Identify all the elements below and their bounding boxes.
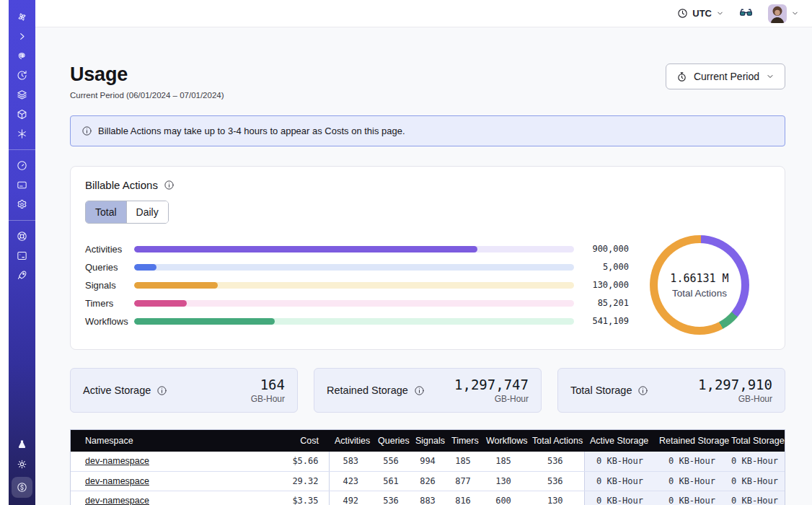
info-banner: Billable Actions may take up to 3-4 hour… bbox=[70, 115, 785, 146]
user-menu[interactable] bbox=[768, 4, 799, 23]
feedback-button[interactable] bbox=[738, 6, 754, 21]
bar-track bbox=[134, 300, 574, 307]
sun-icon[interactable] bbox=[9, 454, 35, 474]
page-header: Usage Current Period (06/01/2024 – 07/01… bbox=[70, 63, 785, 100]
bar-label: Workflows bbox=[85, 316, 133, 327]
clock-arrow-icon[interactable] bbox=[9, 66, 35, 85]
bar-track bbox=[134, 264, 574, 271]
bar-fill bbox=[134, 264, 156, 271]
donut-center: 1.66131 M Total Actions bbox=[658, 243, 741, 327]
info-icon[interactable] bbox=[414, 385, 425, 396]
flask-icon[interactable] bbox=[9, 435, 35, 454]
storage-summary-row: Active Storage 164 GB-Hour Retained Stor… bbox=[70, 368, 785, 413]
period-selector-button[interactable]: Current Period bbox=[666, 63, 785, 89]
bar-value: 541,109 bbox=[577, 316, 629, 326]
layers-icon[interactable] bbox=[9, 85, 35, 105]
page-subtitle: Current Period (06/01/2024 – 07/01/2024) bbox=[70, 91, 224, 100]
dollar-coin-icon[interactable] bbox=[12, 477, 32, 498]
table-row: dev-namespace 29.32 423 561 826 877 130 … bbox=[71, 471, 785, 491]
retained-storage-label: Retained Storage bbox=[327, 385, 408, 396]
cell-timers: 877 bbox=[446, 471, 480, 491]
bar-value: 5,000 bbox=[577, 262, 629, 272]
chevron-right-icon[interactable] bbox=[9, 27, 35, 46]
gauge-icon[interactable] bbox=[9, 156, 35, 175]
bar-track bbox=[134, 318, 574, 325]
col-active-storage: Active Storage bbox=[584, 430, 653, 452]
cell-cost: $3.35 bbox=[273, 491, 329, 505]
spiral-icon[interactable] bbox=[9, 46, 35, 66]
info-banner-text: Billable Actions may take up to 3-4 hour… bbox=[98, 126, 405, 136]
col-namespace: Namespace bbox=[71, 430, 273, 452]
cell-active-storage: 0 KB-Hour bbox=[584, 491, 653, 505]
timezone-selector[interactable]: UTC bbox=[677, 8, 724, 19]
asterisk-icon[interactable] bbox=[9, 124, 35, 144]
timezone-label: UTC bbox=[692, 8, 712, 19]
period-selector-label: Current Period bbox=[694, 71, 759, 82]
bar-label: Queries bbox=[85, 262, 133, 273]
active-storage-label: Active Storage bbox=[83, 385, 151, 396]
chevron-down-icon bbox=[716, 9, 724, 17]
bar-row-activities: Activities 900,000 bbox=[85, 240, 629, 258]
table-row: dev-namespace $3.35 492 536 883 816 600 … bbox=[71, 491, 785, 505]
cell-timers: 185 bbox=[446, 452, 480, 471]
bar-value: 85,201 bbox=[577, 298, 629, 308]
bar-value: 900,000 bbox=[577, 244, 629, 254]
cell-total-actions: 130 bbox=[526, 491, 584, 505]
bar-label: Signals bbox=[85, 280, 133, 291]
terminal-icon[interactable] bbox=[9, 246, 35, 265]
clock-icon bbox=[677, 8, 688, 19]
col-signals: Signals bbox=[410, 430, 446, 452]
billable-actions-title: Billable Actions bbox=[85, 179, 158, 191]
pinwheel-logo-icon[interactable] bbox=[9, 7, 35, 27]
cell-total-storage: 0 KB-Hour bbox=[725, 491, 785, 505]
bar-label: Activities bbox=[85, 244, 133, 255]
billable-actions-card: Billable Actions Total Daily Activities … bbox=[70, 166, 785, 350]
glasses-icon bbox=[738, 6, 754, 21]
tab-daily[interactable]: Daily bbox=[126, 201, 168, 223]
cell-workflows: 600 bbox=[480, 491, 526, 505]
tab-total[interactable]: Total bbox=[86, 201, 126, 223]
bar-track bbox=[134, 246, 574, 252]
table-row: dev-namespace $5.66 583 556 994 185 185 … bbox=[71, 452, 785, 471]
cell-queries: 556 bbox=[372, 452, 410, 471]
info-icon[interactable] bbox=[156, 385, 167, 396]
cell-total-actions: 536 bbox=[526, 452, 584, 471]
col-total-actions: Total Actions bbox=[526, 430, 584, 452]
cell-timers: 816 bbox=[446, 491, 480, 505]
rocket-icon[interactable] bbox=[9, 265, 35, 285]
cell-total-storage: 0 KB-Hour bbox=[725, 471, 785, 491]
total-actions-value: 1.66131 M bbox=[670, 272, 728, 285]
cell-activities: 492 bbox=[329, 491, 372, 505]
lifebuoy-icon[interactable] bbox=[9, 227, 35, 246]
info-icon[interactable] bbox=[637, 385, 648, 396]
info-icon[interactable] bbox=[81, 126, 92, 136]
cell-signals: 883 bbox=[410, 491, 446, 505]
retained-storage-value: 1,297,747 bbox=[454, 377, 529, 392]
namespace-link[interactable]: dev-namespace bbox=[85, 496, 149, 505]
sidebar-divider bbox=[9, 220, 35, 221]
cell-total-actions: 536 bbox=[526, 471, 584, 491]
col-retained-storage: Retained Storage bbox=[653, 430, 725, 452]
credit-card-icon[interactable] bbox=[9, 175, 35, 195]
gear-icon[interactable] bbox=[9, 195, 35, 214]
bar-row-workflows: Workflows 541,109 bbox=[85, 312, 629, 330]
sidebar bbox=[9, 0, 35, 505]
cube-icon[interactable] bbox=[9, 105, 35, 124]
billable-actions-chart: Activities 900,000 Queries 5,000 Signals… bbox=[85, 235, 770, 335]
retained-storage-unit: GB-Hour bbox=[454, 394, 529, 404]
page-title: Usage bbox=[70, 63, 224, 86]
col-total-storage: Total Storage bbox=[725, 430, 785, 452]
cell-activities: 583 bbox=[329, 452, 372, 471]
cell-cost: 29.32 bbox=[273, 471, 329, 491]
col-queries: Queries bbox=[372, 430, 410, 452]
total-actions-donut: 1.66131 M Total Actions bbox=[650, 235, 749, 335]
namespace-link[interactable]: dev-namespace bbox=[85, 456, 149, 466]
bar-fill bbox=[134, 300, 187, 307]
namespace-link[interactable]: dev-namespace bbox=[85, 476, 149, 486]
info-icon[interactable] bbox=[164, 180, 175, 190]
total-storage-value: 1,297,910 bbox=[698, 377, 772, 392]
total-storage-card: Total Storage 1,297,910 GB-Hour bbox=[557, 368, 785, 413]
cell-workflows: 185 bbox=[480, 452, 526, 471]
retained-storage-card: Retained Storage 1,297,747 GB-Hour bbox=[314, 368, 542, 413]
active-storage-unit: GB-Hour bbox=[251, 394, 285, 404]
